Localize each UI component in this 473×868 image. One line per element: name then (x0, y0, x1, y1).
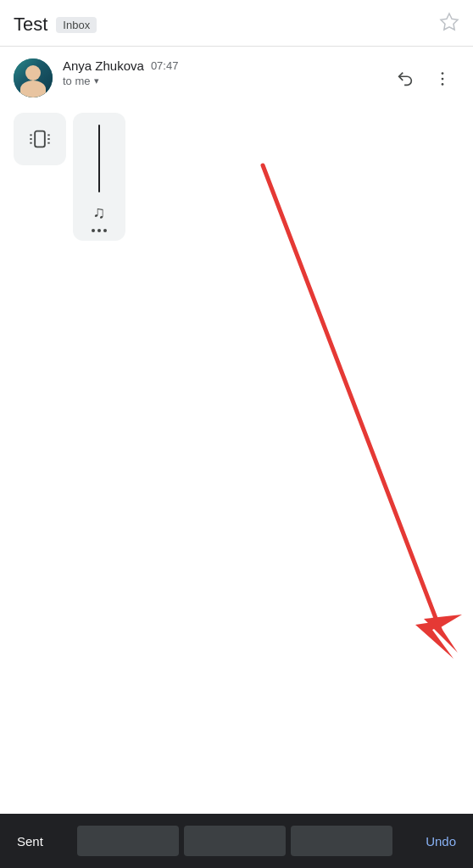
more-options-button[interactable] (426, 62, 459, 96)
svg-marker-13 (415, 619, 454, 659)
bottom-btn-2[interactable] (184, 826, 286, 856)
svg-point-2 (442, 78, 444, 81)
dot2 (97, 229, 101, 232)
sender-row: Anya Zhukova 07:47 (63, 58, 378, 73)
undo-button[interactable]: Undo (426, 834, 456, 849)
reply-button[interactable] (388, 62, 422, 96)
svg-rect-4 (35, 131, 45, 147)
avatar-image (14, 58, 53, 97)
header-left: Test Inbox (14, 14, 97, 36)
page-title: Test (14, 14, 47, 36)
svg-point-1 (442, 72, 444, 75)
bottom-snackbar: Sent Undo (0, 814, 473, 868)
email-actions (388, 62, 459, 96)
audio-attachment[interactable]: ♫ (73, 113, 125, 241)
audio-waveform (98, 125, 100, 192)
bottom-btn-1[interactable] (77, 826, 179, 856)
chevron-down-icon: ▾ (94, 75, 99, 86)
sender-name: Anya Zhukova (63, 58, 144, 73)
svg-point-3 (442, 83, 444, 86)
sent-label: Sent (17, 834, 43, 849)
inbox-badge[interactable]: Inbox (56, 17, 97, 33)
email-meta: Anya Zhukova 07:47 to me ▾ (63, 58, 378, 87)
vibrate-attachment[interactable] (14, 113, 66, 165)
email-time: 07:47 (151, 59, 179, 72)
avatar (14, 58, 53, 97)
to-label: to me (63, 75, 91, 87)
email-row: Anya Zhukova 07:47 to me ▾ (0, 47, 473, 106)
email-header-bar: Test Inbox (0, 0, 473, 46)
bottom-btn-3[interactable] (291, 826, 392, 856)
svg-marker-0 (441, 14, 458, 30)
dot1 (92, 229, 95, 232)
star-icon[interactable] (439, 12, 459, 37)
to-row[interactable]: to me ▾ (63, 75, 378, 87)
dot3 (103, 229, 107, 232)
bottom-action-buttons (43, 826, 426, 856)
dots-menu-icon[interactable] (92, 229, 107, 232)
music-note-icon: ♫ (93, 203, 106, 222)
attachment-container: ♫ (0, 106, 473, 248)
svg-marker-12 (424, 615, 462, 653)
